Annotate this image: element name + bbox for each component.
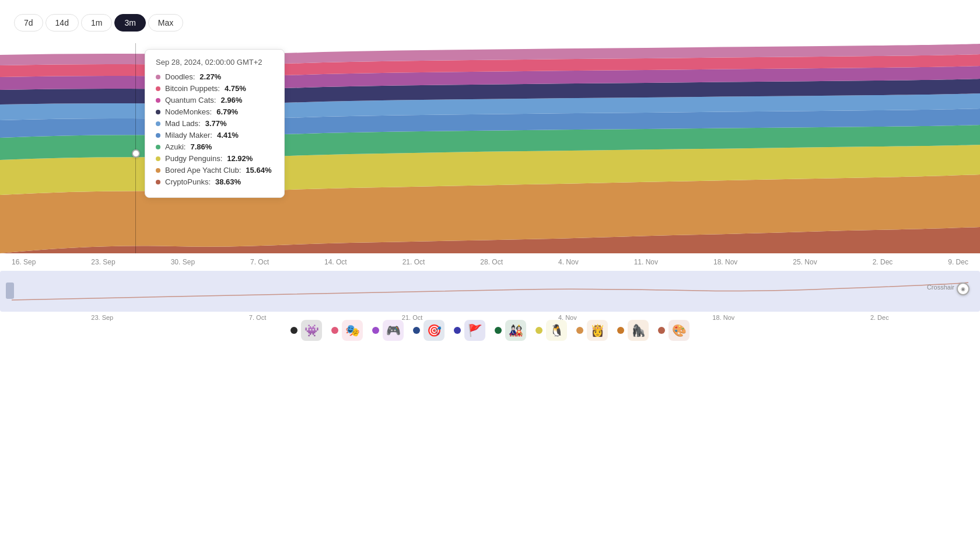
- tooltip: Sep 28, 2024, 02:00:00 GMT+2 Doodles: 2.…: [145, 49, 285, 198]
- legend-thumb-inner: 🎭: [342, 320, 363, 341]
- time-filter-7d[interactable]: 7d: [14, 14, 43, 32]
- legend-dot: [331, 327, 338, 334]
- legend-item[interactable]: 🎭: [331, 320, 363, 341]
- mini-x-axis: 23. Sep7. Oct21. Oct4. Nov18. Nov2. Dec: [0, 312, 980, 321]
- legend-thumb-inner: 👾: [301, 320, 322, 341]
- legend-item[interactable]: 🎮: [372, 320, 404, 341]
- legend-thumb-inner: 👸: [587, 320, 608, 341]
- legend-item[interactable]: 🎎: [495, 320, 526, 341]
- tooltip-value: 12.92%: [227, 154, 253, 163]
- tooltip-value: 3.77%: [205, 119, 227, 128]
- legend-dot: [658, 327, 665, 334]
- x-axis-label: 2. Dec: [873, 258, 893, 266]
- legend-thumb: 🐧: [546, 320, 567, 341]
- legend-item[interactable]: 👸: [576, 320, 608, 341]
- mini-chart: [0, 271, 980, 312]
- tooltip-item: Azuki: 7.86%: [156, 142, 274, 151]
- legend-thumb: 👾: [301, 320, 322, 341]
- tooltip-value: 15.64%: [246, 166, 271, 175]
- tooltip-name: Quantum Cats:: [165, 96, 216, 104]
- legend-dot: [495, 327, 502, 334]
- tooltip-date: Sep 28, 2024, 02:00:00 GMT+2: [156, 58, 274, 67]
- legend-thumb: 🎨: [668, 320, 690, 341]
- tooltip-item: Bitcoin Puppets: 4.75%: [156, 84, 274, 93]
- legend-thumb: 🎮: [383, 320, 404, 341]
- tooltip-dot: [156, 156, 160, 161]
- tooltip-item: Quantum Cats: 2.96%: [156, 96, 274, 104]
- tooltip-item: NodeMonkes: 6.79%: [156, 107, 274, 116]
- tooltip-value: 7.86%: [190, 142, 212, 151]
- x-axis-label: 9. Dec: [948, 258, 968, 266]
- tooltip-name: Bitcoin Puppets:: [165, 84, 220, 93]
- mini-chart-container: ◉ Crosshair 23. Sep7. Oct21. Oct4. Nov18…: [0, 271, 980, 312]
- time-filter-Max[interactable]: Max: [148, 14, 183, 32]
- legend-item[interactable]: 🐧: [536, 320, 567, 341]
- tooltip-dot: [156, 98, 160, 103]
- x-axis-label: 11. Nov: [634, 258, 658, 266]
- tooltip-items: Doodles: 2.27% Bitcoin Puppets: 4.75% Qu…: [156, 72, 274, 186]
- tooltip-name: Doodles:: [165, 72, 195, 81]
- svg-rect-1: [0, 271, 980, 312]
- tooltip-dot: [156, 145, 160, 149]
- legend-dot: [454, 327, 461, 334]
- tooltip-dot: [156, 110, 160, 114]
- legend-thumb-inner: 🎮: [383, 320, 404, 341]
- legend-thumb-inner: 🚩: [464, 320, 485, 341]
- mini-right-cursor[interactable]: ◉: [957, 283, 970, 295]
- tooltip-name: Milady Maker:: [165, 131, 212, 140]
- tooltip-item: Mad Lads: 3.77%: [156, 119, 274, 128]
- legend-item[interactable]: 🚩: [454, 320, 485, 341]
- legend-thumb-inner: 🦍: [628, 320, 649, 341]
- time-filter-bar: 7d14d1m3mMax: [0, 0, 980, 32]
- time-filter-3m[interactable]: 3m: [114, 14, 145, 32]
- tooltip-item: CryptoPunks: 38.63%: [156, 177, 274, 186]
- tooltip-item: Bored Ape Yacht Club: 15.64%: [156, 166, 274, 175]
- tooltip-value: 6.79%: [216, 107, 238, 116]
- tooltip-item: Milady Maker: 4.41%: [156, 131, 274, 140]
- mini-x-axis-label: 23. Sep: [91, 314, 113, 321]
- legend-dot: [536, 327, 542, 334]
- legend-dot: [372, 327, 379, 334]
- mini-left-handle[interactable]: [6, 283, 14, 299]
- x-axis-label: 14. Oct: [324, 258, 347, 266]
- tooltip-dot: [156, 180, 160, 184]
- legend-dot: [290, 327, 298, 334]
- legend-thumb-inner: 🎨: [668, 320, 690, 341]
- tooltip-dot: [156, 86, 160, 91]
- x-axis-label: 21. Oct: [402, 258, 425, 266]
- x-axis-label: 18. Nov: [713, 258, 737, 266]
- legend-thumb-inner: 🐧: [546, 320, 567, 341]
- mini-x-axis-label: 2. Dec: [870, 314, 889, 321]
- tooltip-name: Mad Lads:: [165, 119, 201, 128]
- x-axis-label: 25. Nov: [793, 258, 817, 266]
- legend-thumb: 👸: [587, 320, 608, 341]
- legend-thumb: 🎯: [424, 320, 444, 341]
- x-axis-label: 4. Nov: [558, 258, 579, 266]
- legend-item[interactable]: 🎯: [413, 320, 444, 341]
- mini-x-axis-label: 18. Nov: [712, 314, 734, 321]
- time-filter-14d[interactable]: 14d: [46, 14, 79, 32]
- legend-dot: [617, 327, 624, 334]
- tooltip-value: 2.27%: [200, 72, 221, 81]
- tooltip-name: NodeMonkes:: [165, 107, 212, 116]
- tooltip-value: 2.96%: [220, 96, 242, 104]
- tooltip-item: Doodles: 2.27%: [156, 72, 274, 81]
- legend-dot: [576, 327, 583, 334]
- x-axis-label: 23. Sep: [91, 258, 115, 266]
- legend-item[interactable]: 🦍: [617, 320, 649, 341]
- tooltip-value: 4.41%: [217, 131, 239, 140]
- cursor-dot: [132, 149, 140, 158]
- legend-thumb-inner: 🎎: [505, 320, 526, 341]
- mini-x-axis-label: 7. Oct: [249, 314, 266, 321]
- tooltip-dot: [156, 121, 160, 126]
- legend-item[interactable]: 👾: [290, 320, 322, 341]
- x-axis: 16. Sep23. Sep30. Sep7. Oct14. Oct21. Oc…: [0, 253, 980, 266]
- chart-right-label: Crosshair: [927, 284, 954, 291]
- legend-item[interactable]: 🎨: [658, 320, 690, 341]
- tooltip-dot: [156, 168, 160, 173]
- tooltip-name: CryptoPunks:: [165, 177, 211, 186]
- time-filter-1m[interactable]: 1m: [81, 14, 112, 32]
- tooltip-dot: [156, 133, 160, 138]
- tooltip-name: Bored Ape Yacht Club:: [165, 166, 241, 175]
- legend-thumb: 🎭: [342, 320, 363, 341]
